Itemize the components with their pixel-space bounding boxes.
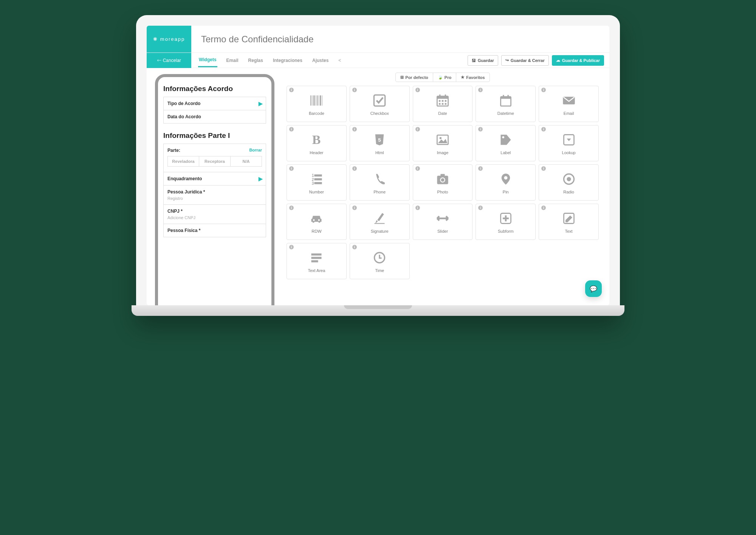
cancel-button[interactable]: 🡐 Cancelar [147, 53, 191, 68]
widget-label: Barcode [309, 111, 324, 116]
info-icon[interactable]: i [541, 206, 546, 210]
widget-label: Datetime [497, 111, 514, 116]
save-close-button[interactable]: ↪ Guardar & Cerrar [501, 55, 549, 66]
tab-integraciones[interactable]: Integraciones [272, 54, 303, 67]
widget-phone[interactable]: i Phone [350, 164, 410, 201]
field-pessoa-fisica[interactable]: Pessoa Física * [163, 224, 266, 237]
widget-label: Date [438, 111, 447, 116]
widget-label: Label [500, 150, 511, 155]
seg-receptora[interactable]: Receptora [199, 156, 231, 166]
widget-radio[interactable]: i Radio [539, 164, 599, 201]
widget-signature[interactable]: i Signature [350, 204, 410, 240]
widget-header[interactable]: i Header [287, 125, 347, 161]
filter-favoritos[interactable]: ★ Favoritos [456, 73, 490, 82]
chat-fab[interactable]: 💬 [585, 280, 602, 297]
widget-rdw[interactable]: i RDW [287, 204, 347, 240]
tabs-collapse-icon[interactable]: < [338, 54, 342, 67]
info-icon[interactable]: i [478, 127, 483, 131]
tab-email[interactable]: Email [226, 54, 239, 67]
header-icon [309, 131, 324, 148]
field-tipo-acordo-label: Tipo de Acordo [167, 101, 200, 106]
widget-time[interactable]: i Time [350, 243, 410, 279]
widget-slider[interactable]: i Slider [413, 204, 473, 240]
info-icon[interactable]: i [541, 88, 546, 92]
date-icon [435, 92, 450, 109]
info-icon[interactable]: i [352, 245, 357, 249]
widget-filter-group: ⊞ Por defecto 🍃 Pro ★ Favoritos [395, 73, 490, 82]
seg-reveladora[interactable]: Reveladora [168, 156, 199, 166]
filter-pro[interactable]: 🍃 Pro [433, 73, 456, 82]
filter-favoritos-label: Favoritos [466, 75, 485, 80]
widget-datetime[interactable]: i Datetime [476, 86, 536, 122]
info-icon[interactable]: i [352, 166, 357, 171]
tab-widgets[interactable]: Widgets [198, 53, 217, 67]
field-pessoa-juridica-label: Pessoa Jurídica * [167, 189, 205, 195]
chevron-right-icon: ▶ [259, 176, 263, 182]
widget-label: Radio [563, 190, 574, 194]
widget-label: Lookup [562, 150, 576, 155]
widget-email[interactable]: i Email [539, 86, 599, 122]
info-icon[interactable]: i [289, 245, 294, 249]
label-icon [498, 131, 513, 148]
tab-ajustes[interactable]: Ajustes [311, 54, 329, 67]
chat-icon: 💬 [590, 285, 597, 292]
save-close-label: Guardar & Cerrar [511, 58, 545, 63]
datetime-icon [498, 92, 513, 109]
info-icon[interactable]: i [415, 88, 420, 92]
widget-label: Html [375, 150, 384, 155]
widget-textarea[interactable]: i Text Area [287, 243, 347, 279]
info-icon[interactable]: i [289, 127, 294, 131]
widget-label: Email [564, 111, 574, 116]
widget-subform[interactable]: i Subform [476, 204, 536, 240]
widget-html[interactable]: i Html [350, 125, 410, 161]
widget-photo[interactable]: i Photo [413, 164, 473, 201]
field-parte[interactable]: Parte: Borrar Reveladora Receptora N/A [163, 144, 266, 172]
field-enquadramento[interactable]: Enquadramento ▶ [163, 172, 266, 186]
info-icon[interactable]: i [352, 127, 357, 131]
info-icon[interactable]: i [541, 166, 546, 171]
info-icon[interactable]: i [541, 127, 546, 131]
info-icon[interactable]: i [352, 88, 357, 92]
field-pessoa-juridica[interactable]: Pessoa Jurídica * Registro [163, 185, 266, 205]
field-cnpj-label: CNPJ * [167, 209, 183, 214]
widget-pin[interactable]: i Pin [476, 164, 536, 201]
save-button[interactable]: 🖫 Guardar [468, 55, 498, 66]
info-icon[interactable]: i [415, 127, 420, 131]
widget-number[interactable]: i Number [287, 164, 347, 201]
info-icon[interactable]: i [478, 88, 483, 92]
info-icon[interactable]: i [289, 88, 294, 92]
info-icon[interactable]: i [289, 166, 294, 171]
field-tipo-acordo[interactable]: Tipo de Acordo ▶ [163, 97, 266, 110]
lookup-icon [561, 131, 576, 148]
info-icon[interactable]: i [478, 166, 483, 171]
rdw-icon [309, 210, 324, 227]
widget-image[interactable]: i Image [413, 125, 473, 161]
widget-label: Header [310, 150, 323, 155]
info-icon[interactable]: i [415, 206, 420, 210]
save-icon: 🖫 [472, 58, 476, 63]
widget-checkbox[interactable]: i Checkbox [350, 86, 410, 122]
info-icon[interactable]: i [289, 206, 294, 210]
info-icon[interactable]: i [478, 206, 483, 210]
widget-label[interactable]: i Label [476, 125, 536, 161]
widget-lookup[interactable]: i Lookup [539, 125, 599, 161]
clear-button[interactable]: Borrar [249, 148, 262, 152]
time-icon [372, 249, 387, 266]
field-enquadramento-label: Enquadramento [167, 176, 202, 181]
filter-default[interactable]: ⊞ Por defecto [396, 73, 433, 82]
widget-text[interactable]: i Text [539, 204, 599, 240]
tab-reglas[interactable]: Reglas [248, 54, 264, 67]
info-icon[interactable]: i [352, 206, 357, 210]
widget-date[interactable]: i Date [413, 86, 473, 122]
widget-barcode[interactable]: i Barcode [287, 86, 347, 122]
seg-na[interactable]: N/A [231, 156, 262, 166]
html-icon [372, 131, 387, 148]
info-icon[interactable]: i [415, 166, 420, 171]
field-cnpj[interactable]: CNPJ * Adicione CNPJ [163, 204, 266, 224]
photo-icon [435, 171, 450, 187]
cloud-upload-icon: ☁ [556, 58, 560, 63]
field-data-acordo[interactable]: Data do Acordo [163, 110, 266, 124]
save-publish-button[interactable]: ☁ Guardar & Publicar [552, 55, 604, 66]
text-icon [561, 210, 576, 227]
arrow-left-icon: 🡐 [157, 58, 163, 63]
